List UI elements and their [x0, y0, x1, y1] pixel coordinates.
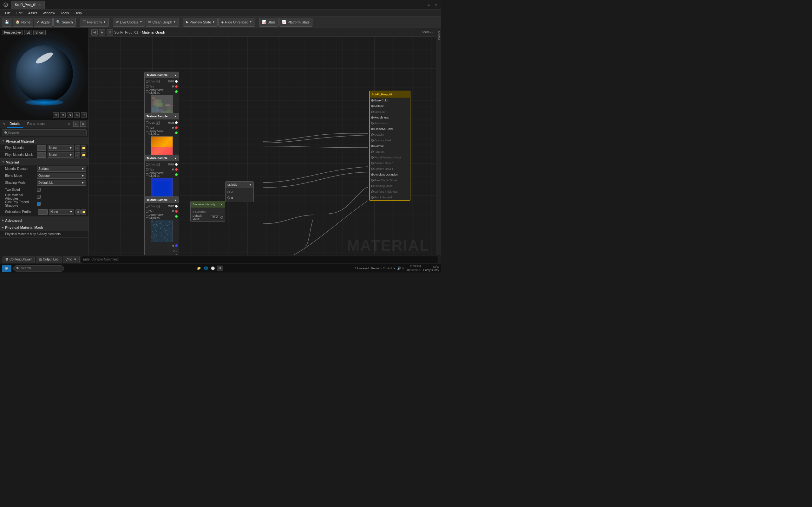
output-log-btn[interactable]: ▤ Output Log	[36, 256, 61, 263]
tex-g-pin-4[interactable]	[175, 215, 177, 218]
details-close-btn[interactable]: ✕	[66, 121, 71, 126]
phys-material-mask-section[interactable]: ▶ Physical Material Mask	[0, 224, 89, 231]
tex-rgba-pin-4[interactable]	[175, 255, 177, 255]
tex-uv-check-3[interactable]	[146, 163, 148, 166]
tex-g-pin-2[interactable]	[175, 131, 177, 134]
vp-grid-btn[interactable]: ⊞	[53, 112, 59, 118]
save-btn[interactable]: 💾	[2, 18, 12, 26]
use-material-attrs-checkbox[interactable]	[37, 195, 41, 199]
subsurface-reset-btn[interactable]: ↺	[75, 210, 81, 215]
tex-rgb-pin-2[interactable]	[175, 121, 177, 124]
menu-tools[interactable]: Tools	[58, 9, 71, 16]
platform-stats-btn[interactable]: 📈 Platform Stats	[279, 18, 312, 26]
tex-rgb-pin-3[interactable]	[175, 163, 177, 166]
multiply-b-in[interactable]	[227, 196, 230, 199]
phys-mask-swatch[interactable]	[37, 152, 46, 158]
output-opacity-mask-pin[interactable]	[371, 139, 374, 142]
output-normal-pin[interactable]	[371, 145, 374, 147]
taskbar-explorer-icon[interactable]: 📁	[196, 266, 202, 271]
tex-mip-check-2[interactable]	[146, 131, 148, 134]
multiply-a-in[interactable]	[227, 191, 230, 193]
tex-tex-check-1[interactable]	[146, 85, 148, 88]
hide-unrelated-btn[interactable]: ◈ Hide Unrelated ▼	[218, 18, 255, 26]
home-toolbar-btn[interactable]: 🏠 Home	[13, 18, 33, 26]
menu-edit[interactable]: Edit	[14, 9, 25, 16]
main-tab[interactable]: Sci-Fi_Prop_01 ✕	[11, 1, 45, 9]
tex-mip-check-1[interactable]	[146, 90, 148, 93]
taskbar-chrome-icon[interactable]: ⚪	[210, 266, 216, 271]
tex-r-pin-3[interactable]	[175, 168, 177, 171]
tex-node-1-collapse[interactable]: ▲	[174, 74, 177, 77]
material-domain-dropdown[interactable]: Surface ▼	[37, 166, 86, 172]
output-custom0-pin[interactable]	[371, 162, 374, 164]
material-section[interactable]: ▼ Material	[0, 158, 89, 165]
phys-material-folder-btn[interactable]: 📁	[81, 146, 86, 151]
output-anisotropy-pin[interactable]	[371, 122, 374, 124]
multiply-caret[interactable]: ▼	[249, 183, 252, 186]
output-emissive-pin[interactable]	[371, 128, 374, 130]
nav-back-btn[interactable]: ◀	[91, 29, 98, 36]
tex-node-2-collapse[interactable]: ▲	[174, 115, 177, 118]
tex-b-pin-4[interactable]	[175, 244, 177, 247]
cast-ray-traced-checkbox[interactable]	[37, 202, 41, 206]
tex-mip-check-4[interactable]	[146, 215, 148, 218]
blend-mode-dropdown[interactable]: Opaque ▼	[37, 173, 86, 179]
output-front-pin[interactable]	[371, 196, 374, 199]
multiply-node[interactable]: Multiply ▼ A B	[225, 181, 254, 202]
output-base-color-pin[interactable]	[371, 99, 374, 102]
nav-forward-btn[interactable]: ▶	[99, 29, 105, 36]
stats-btn[interactable]: 📊 Stats	[259, 18, 278, 26]
tex-r-pin-2[interactable]	[175, 126, 177, 129]
taskbar-ue-icon[interactable]: U	[217, 266, 223, 271]
cmd-input[interactable]	[81, 256, 438, 263]
menu-asset[interactable]: Asset	[26, 9, 40, 16]
phys-mask-dropdown[interactable]: None ▼	[48, 152, 74, 158]
subsurface-dropdown[interactable]: None ▼	[49, 209, 74, 215]
phys-material-swatch[interactable]	[37, 145, 46, 151]
output-specular-pin[interactable]	[371, 111, 374, 113]
panel-grid-btn[interactable]: ⊞	[73, 121, 79, 127]
tex-g-pin-1[interactable]	[175, 90, 177, 93]
tex-node-4[interactable]: Texture Sample ▲ UVs 0 RGB	[144, 196, 179, 255]
vp-cam-btn[interactable]: ⊡	[60, 112, 66, 118]
nav-home-btn[interactable]: ⊞	[107, 29, 113, 36]
tex-node-4-collapse[interactable]: ▲	[174, 199, 177, 202]
cmd-dropdown-btn[interactable]: Cmd ▼	[63, 256, 80, 263]
taskbar-edge-icon[interactable]: 🌐	[203, 266, 209, 271]
advanced-section[interactable]: ▶ Advanced	[0, 217, 89, 224]
perspective-btn[interactable]: Perspective	[2, 30, 23, 35]
output-surface-pin[interactable]	[371, 190, 374, 193]
tex-node-3-collapse[interactable]: ▲	[174, 157, 177, 160]
parameters-tab[interactable]: Parameters	[25, 120, 48, 128]
tex-tex-check-3[interactable]	[146, 168, 148, 171]
search-btn[interactable]: 🔍 Search	[53, 18, 76, 26]
subsurface-folder-btn[interactable]: 📁	[81, 210, 86, 215]
hierarchy-btn[interactable]: ☰ Hierarchy ▼	[80, 18, 109, 26]
tex-uv-check-1[interactable]	[146, 80, 148, 83]
tex-tex-check-2[interactable]	[146, 126, 148, 129]
output-wpo-pin[interactable]	[371, 156, 374, 159]
tex-rgb-pin-4[interactable]	[175, 205, 177, 208]
output-custom1-pin[interactable]	[371, 168, 374, 170]
panel-settings-btn[interactable]: ⚙	[80, 121, 86, 127]
tex-tex-check-4[interactable]	[146, 210, 148, 213]
preview-state-btn[interactable]: ▶ Preview State ▼	[183, 18, 218, 26]
tex-rgb-pin-1[interactable]	[175, 80, 177, 83]
tex-g-pin-3[interactable]	[175, 173, 177, 176]
menu-file[interactable]: File	[3, 9, 13, 16]
output-pdo-pin[interactable]	[371, 179, 374, 181]
show-btn[interactable]: Show	[33, 30, 46, 35]
two-sided-checkbox[interactable]	[37, 188, 41, 192]
minimize-btn[interactable]: ─	[420, 3, 424, 7]
content-drawer-btn[interactable]: ☰ Content Drawer	[3, 256, 35, 263]
vp-env-btn[interactable]: ⬡	[81, 112, 87, 118]
output-shading-model-pin[interactable]	[371, 185, 374, 187]
output-node[interactable]: Sci-Fi_Prop_01 Base Color Metallic Specu…	[369, 91, 410, 201]
emissive-caret[interactable]: ▼	[220, 203, 223, 206]
tab-close-btn[interactable]: ✕	[39, 3, 41, 6]
graph-canvas[interactable]: MATERIAL	[89, 37, 436, 255]
emissive-node[interactable]: Emissive Intensity ▼ (Parameter) Default…	[190, 201, 225, 222]
output-ao-pin[interactable]	[371, 173, 374, 176]
vp-light-btn[interactable]: ◑	[67, 112, 72, 118]
clean-graph-btn[interactable]: ⧉ Clean Graph ▼	[146, 18, 179, 26]
